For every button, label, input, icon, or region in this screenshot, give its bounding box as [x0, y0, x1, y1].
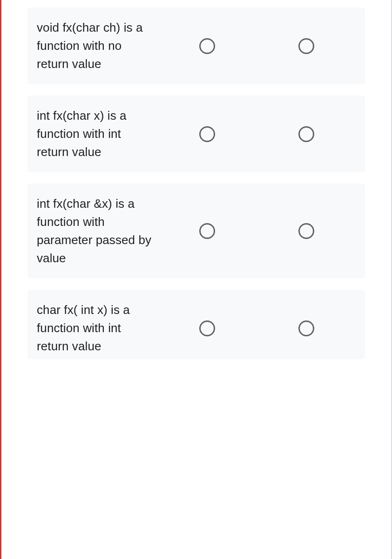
radio-option-1[interactable] — [199, 320, 215, 336]
question-row: int fx(char x) is a function with int re… — [27, 95, 365, 172]
radio-option-1[interactable] — [199, 38, 215, 54]
question-row: void fx(char ch) is a function with no r… — [27, 7, 365, 84]
question-row: char fx( int x) is a function with int r… — [27, 290, 365, 359]
radio-cell-1 — [158, 126, 257, 142]
radio-cell-2 — [257, 320, 356, 336]
question-text: void fx(char ch) is a function with no r… — [37, 19, 158, 73]
question-text: int fx(char x) is a function with int re… — [37, 107, 158, 161]
radio-cell-1 — [158, 223, 257, 239]
radio-option-2[interactable] — [298, 223, 314, 239]
radio-cell-2 — [257, 126, 356, 142]
radio-option-2[interactable] — [298, 320, 314, 336]
radio-option-2[interactable] — [298, 126, 314, 142]
radio-option-2[interactable] — [298, 38, 314, 54]
radio-cell-1 — [158, 320, 257, 336]
question-text: char fx( int x) is a function with int r… — [37, 301, 158, 355]
radio-option-1[interactable] — [199, 223, 215, 239]
question-text: int fx(char &x) is a function with param… — [37, 195, 158, 267]
form-container: void fx(char ch) is a function with no r… — [0, 0, 392, 559]
radio-option-1[interactable] — [199, 126, 215, 142]
radio-cell-1 — [158, 38, 257, 54]
radio-cell-2 — [257, 223, 356, 239]
radio-cell-2 — [257, 38, 356, 54]
question-row: int fx(char &x) is a function with param… — [27, 184, 365, 279]
